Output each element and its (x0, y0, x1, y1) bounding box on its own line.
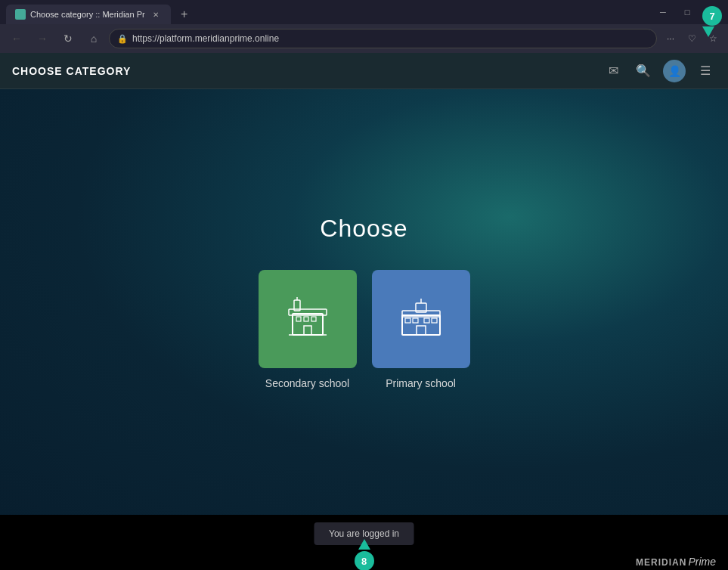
refresh-button[interactable]: ↻ (57, 28, 79, 49)
avatar-button[interactable]: 👤 (663, 60, 686, 82)
tab-bar: Choose category :: Meridian Pr ✕ + (6, 0, 195, 24)
tab-title: Choose category :: Meridian Pr (30, 10, 145, 19)
primary-school-card-wrapper[interactable]: Primary school (372, 270, 470, 389)
svg-rect-15 (424, 318, 429, 323)
lock-icon: 🔒 (117, 34, 128, 44)
browser-tab[interactable]: Choose category :: Meridian Pr ✕ (6, 5, 171, 24)
header-actions: ✉ 🔍 👤 ☰ (603, 60, 716, 82)
main-content: Choose (0, 89, 728, 515)
maximize-button[interactable]: □ (677, 5, 698, 20)
mail-icon-button[interactable]: ✉ (603, 60, 624, 82)
app-header: CHOOSE CATEGORY ✉ 🔍 👤 ☰ (0, 53, 728, 89)
svg-rect-16 (432, 318, 437, 323)
forward-button[interactable]: → (32, 28, 53, 49)
search-icon-button[interactable]: 🔍 (633, 60, 654, 82)
svg-rect-17 (417, 326, 426, 335)
secondary-school-icon (281, 293, 334, 345)
back-button[interactable]: ← (6, 28, 27, 49)
svg-rect-5 (304, 317, 308, 321)
svg-rect-13 (405, 318, 410, 323)
secondary-school-card[interactable] (259, 270, 357, 368)
svg-rect-6 (311, 317, 316, 321)
annotation-8-badge: 8 (355, 551, 374, 570)
primary-school-label: Primary school (386, 377, 456, 389)
bookmark-button[interactable]: ♡ (683, 29, 701, 48)
choose-heading: Choose (320, 215, 407, 243)
more-button[interactable]: ··· (661, 29, 680, 48)
svg-rect-4 (296, 317, 301, 321)
annotation-7-badge: 7 (702, 6, 722, 26)
tab-favicon (15, 9, 26, 20)
brand-suffix: Prime (688, 556, 716, 568)
tab-close-button[interactable]: ✕ (150, 8, 162, 20)
menu-icon-button[interactable]: ☰ (695, 60, 716, 82)
address-bar[interactable]: 🔒 https://platform.meridianprime.online (109, 29, 657, 48)
svg-rect-7 (304, 326, 311, 335)
new-tab-button[interactable]: + (174, 5, 195, 24)
address-bar-row: ← → ↻ ⌂ 🔒 https://platform.meridianprime… (0, 24, 728, 53)
secondary-school-card-wrapper[interactable]: Secondary school (259, 270, 357, 389)
primary-school-card[interactable] (372, 270, 470, 368)
annotation-8-arrow (358, 539, 370, 550)
status-bar-area: You are logged in MERIDIAN Prime 8 (0, 515, 728, 570)
home-button[interactable]: ⌂ (83, 28, 104, 49)
svg-rect-14 (413, 318, 418, 323)
category-cards-container: Secondary school (259, 270, 470, 389)
secondary-school-label: Secondary school (265, 377, 349, 389)
brand-name: MERIDIAN (636, 557, 686, 568)
url-text: https://platform.meridianprime.online (132, 33, 649, 44)
primary-school-icon (395, 293, 448, 345)
page-title: CHOOSE CATEGORY (12, 65, 603, 77)
annotation-7-arrow (702, 26, 714, 37)
minimize-button[interactable]: ─ (652, 5, 674, 20)
browser-titlebar: Choose category :: Meridian Pr ✕ + ─ □ ✕ (0, 0, 728, 24)
browser-chrome: Choose category :: Meridian Pr ✕ + ─ □ ✕… (0, 0, 728, 53)
brand-logo: MERIDIAN Prime (636, 556, 716, 568)
